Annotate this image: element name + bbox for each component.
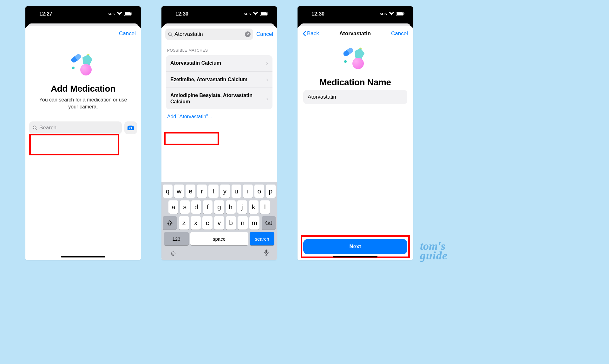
home-indicator[interactable] bbox=[333, 256, 377, 257]
search-icon bbox=[168, 32, 173, 37]
key-v[interactable]: v bbox=[214, 216, 224, 230]
key-i[interactable]: i bbox=[243, 185, 253, 198]
next-label: Next bbox=[350, 244, 361, 250]
medication-name-input[interactable]: Atorvastatin bbox=[303, 90, 407, 104]
sos-indicator: SOS bbox=[380, 12, 387, 16]
status-indicators: SOS bbox=[108, 12, 133, 16]
search-input[interactable]: Atorvastatin ✕ bbox=[165, 29, 253, 40]
svg-point-6 bbox=[130, 127, 132, 129]
svg-rect-14 bbox=[397, 12, 403, 15]
wifi-icon bbox=[389, 12, 394, 16]
key-s[interactable]: s bbox=[180, 200, 190, 214]
space-key[interactable]: space bbox=[190, 232, 248, 245]
cancel-button[interactable]: Cancel bbox=[256, 31, 273, 37]
search-placeholder: Search bbox=[39, 125, 56, 131]
nav-title: Atorvastatin bbox=[319, 30, 391, 37]
key-x[interactable]: x bbox=[191, 216, 201, 230]
key-z[interactable]: z bbox=[179, 216, 189, 230]
key-t[interactable]: t bbox=[208, 185, 218, 198]
key-h[interactable]: h bbox=[226, 200, 236, 214]
key-c[interactable]: c bbox=[202, 216, 213, 230]
camera-button[interactable] bbox=[124, 121, 137, 134]
backspace-key[interactable] bbox=[262, 216, 276, 230]
nav-bar: Cancel bbox=[25, 26, 141, 40]
battery-icon bbox=[124, 12, 133, 16]
chevron-left-icon bbox=[303, 31, 306, 36]
status-bar: 12:30 SOS bbox=[298, 6, 413, 22]
chevron-right-icon: › bbox=[266, 95, 268, 102]
highlight-box bbox=[29, 134, 119, 155]
svg-line-11 bbox=[171, 35, 172, 36]
search-input[interactable]: Search bbox=[29, 121, 122, 134]
svg-rect-12 bbox=[265, 250, 267, 253]
page-title: Add Medication bbox=[30, 84, 136, 94]
key-k[interactable]: k bbox=[249, 200, 259, 214]
svg-rect-15 bbox=[404, 13, 404, 14]
home-indicator[interactable] bbox=[61, 256, 105, 257]
status-time: 12:30 bbox=[311, 11, 324, 17]
svg-rect-8 bbox=[261, 12, 267, 15]
page-title: Medication Name bbox=[303, 77, 408, 88]
status-time: 12:30 bbox=[175, 11, 188, 17]
medication-illustration bbox=[69, 53, 97, 78]
key-e[interactable]: e bbox=[186, 185, 195, 198]
match-label: Amlodipine Besylate, Atorvastatin Calciu… bbox=[170, 92, 259, 105]
key-l[interactable]: l bbox=[260, 200, 270, 214]
cancel-button[interactable]: Cancel bbox=[119, 30, 136, 37]
key-f[interactable]: f bbox=[203, 200, 213, 214]
key-b[interactable]: b bbox=[226, 216, 236, 230]
shift-key[interactable] bbox=[163, 216, 177, 230]
key-o[interactable]: o bbox=[254, 185, 264, 198]
svg-rect-1 bbox=[125, 12, 131, 15]
page-subtitle: You can search for a medication or use y… bbox=[34, 96, 132, 110]
back-label: Back bbox=[307, 30, 319, 37]
key-m[interactable]: m bbox=[249, 216, 259, 230]
svg-rect-2 bbox=[132, 13, 132, 14]
key-a[interactable]: a bbox=[168, 200, 178, 214]
match-label: Ezetimibe, Atorvastatin Calcium bbox=[170, 76, 247, 83]
watermark-line2: guide bbox=[420, 251, 448, 261]
status-time: 12:27 bbox=[39, 11, 52, 17]
match-item[interactable]: Amlodipine Besylate, Atorvastatin Calciu… bbox=[166, 88, 272, 109]
match-list: Atorvastatin Calcium › Ezetimibe, Atorva… bbox=[166, 55, 272, 109]
svg-rect-9 bbox=[268, 13, 268, 14]
status-indicators: SOS bbox=[244, 12, 269, 16]
search-key[interactable]: search bbox=[250, 232, 274, 245]
key-r[interactable]: r bbox=[197, 185, 207, 198]
numbers-key[interactable]: 123 bbox=[164, 232, 189, 245]
match-item[interactable]: Atorvastatin Calcium › bbox=[166, 55, 272, 72]
search-bar-row: Atorvastatin ✕ Cancel bbox=[161, 26, 277, 43]
emoji-key[interactable]: ☺ bbox=[170, 249, 177, 257]
screen-medication-name: 12:30 SOS Back Atorvastatin Cancel bbox=[298, 6, 413, 260]
status-indicators: SOS bbox=[380, 12, 405, 16]
key-q[interactable]: q bbox=[163, 185, 173, 198]
microphone-icon bbox=[264, 249, 269, 256]
key-d[interactable]: d bbox=[191, 200, 201, 214]
wifi-icon bbox=[117, 12, 122, 16]
key-j[interactable]: j bbox=[237, 200, 247, 214]
key-w[interactable]: w bbox=[174, 185, 184, 198]
key-p[interactable]: p bbox=[266, 185, 276, 198]
key-u[interactable]: u bbox=[232, 185, 241, 198]
status-bar: 12:30 SOS bbox=[161, 6, 277, 22]
screen-add-medication: 12:27 SOS Cancel Add Medication Yo bbox=[25, 6, 141, 260]
key-g[interactable]: g bbox=[214, 200, 224, 214]
key-y[interactable]: y bbox=[220, 185, 230, 198]
back-button[interactable]: Back bbox=[303, 30, 319, 37]
battery-icon bbox=[260, 12, 269, 16]
search-value: Atorvastatin bbox=[174, 31, 243, 37]
clear-search-button[interactable]: ✕ bbox=[245, 31, 251, 37]
next-button[interactable]: Next bbox=[303, 239, 407, 254]
medication-illustration bbox=[341, 46, 370, 72]
medication-name-value: Atorvastatin bbox=[308, 94, 336, 100]
key-n[interactable]: n bbox=[238, 216, 248, 230]
wifi-icon bbox=[253, 12, 258, 16]
sos-indicator: SOS bbox=[108, 12, 115, 16]
chevron-right-icon: › bbox=[266, 60, 268, 67]
add-custom-button[interactable]: Add "Atorvastatin"... bbox=[161, 109, 277, 124]
backspace-icon bbox=[265, 220, 272, 225]
cancel-button[interactable]: Cancel bbox=[391, 30, 408, 37]
nav-bar: Back Atorvastatin Cancel bbox=[298, 26, 413, 40]
match-item[interactable]: Ezetimibe, Atorvastatin Calcium › bbox=[166, 72, 272, 88]
dictation-key[interactable] bbox=[264, 249, 269, 257]
